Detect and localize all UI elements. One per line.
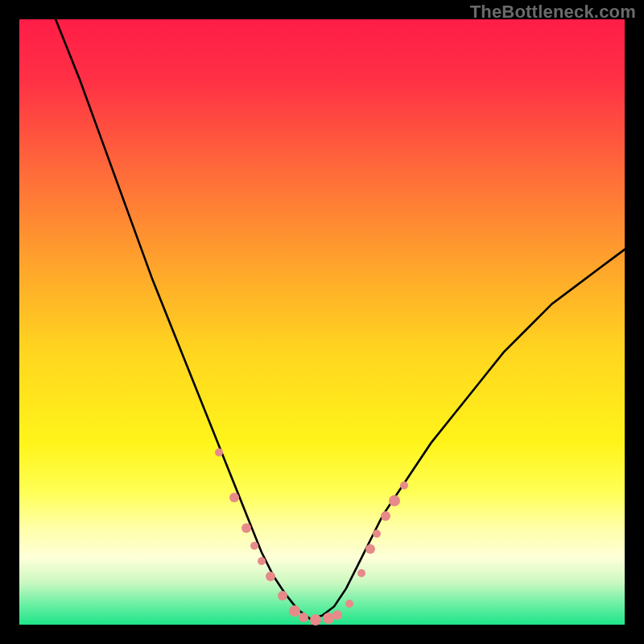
outer-frame: TheBottleneck.com (0, 0, 644, 644)
curve-right-branch (310, 250, 625, 619)
highlight-dot (381, 511, 390, 521)
highlight-dot (389, 495, 400, 506)
highlight-dot (250, 542, 258, 550)
highlight-dot (365, 544, 375, 554)
highlight-dot (278, 591, 287, 601)
highlight-dot (299, 613, 308, 622)
watermark-text: TheBottleneck.com (470, 2, 636, 23)
highlight-dot (345, 600, 353, 608)
highlight-dot (310, 614, 321, 625)
highlight-dot (400, 481, 408, 489)
highlight-dot (242, 523, 251, 533)
highlight-dot (266, 572, 275, 581)
highlight-dot (373, 530, 381, 538)
highlight-dot (357, 569, 365, 577)
highlight-dot (258, 557, 266, 565)
highlight-dot (215, 448, 223, 456)
bottleneck-curve (19, 19, 625, 625)
curve-left-branch (56, 19, 310, 618)
highlight-dot (332, 610, 342, 620)
plot-area (19, 19, 625, 625)
highlight-dot (229, 493, 239, 502)
